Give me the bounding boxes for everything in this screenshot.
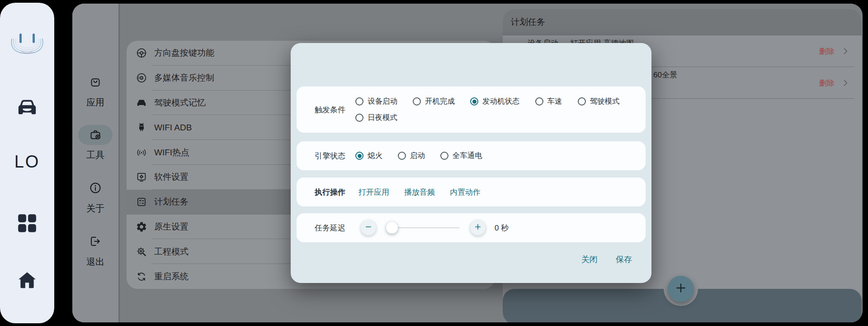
radio-option-label: 熄火 (368, 151, 382, 161)
menu-item-label: 方向盘按键功能 (154, 47, 214, 59)
tasks-panel-title: 计划任务 (503, 9, 862, 35)
radio-icon (355, 152, 363, 160)
task-row-actions: 删除 (819, 35, 850, 67)
radio-option[interactable]: 驾驶模式 (578, 96, 620, 106)
radio-option[interactable]: 全车通电 (440, 151, 482, 161)
disc-icon (136, 72, 147, 84)
nav-item-label: 关于 (86, 202, 104, 215)
delay-slider[interactable] (386, 222, 459, 234)
nav-item-apps[interactable]: 应用 (72, 72, 118, 109)
radio-option-label: 发动机状态 (482, 96, 520, 106)
home-icon[interactable] (17, 270, 38, 291)
radio-option-label: 启动 (410, 151, 425, 161)
radio-option[interactable]: 熄火 (355, 151, 382, 161)
nav-rail: 应用工具关于退出 (72, 4, 120, 322)
radio-option[interactable]: 日夜模式 (355, 113, 397, 123)
nav-item-exit[interactable]: 退出 (72, 231, 118, 268)
action-links: 打开应用播放音频内置动作 (359, 187, 481, 197)
radio-icon (355, 114, 363, 122)
brand-logo-icon (8, 33, 46, 62)
nav-item-tools[interactable]: 工具 (72, 125, 118, 161)
engine-state-label: 引擎状态 (315, 151, 349, 161)
radio-icon (413, 97, 421, 105)
task-list-icon (136, 196, 147, 208)
radio-icon (470, 97, 478, 105)
plus-icon (675, 282, 687, 296)
execute-action-label: 执行操作 (315, 187, 349, 197)
execute-action-section: 执行操作 打开应用播放音频内置动作 (297, 177, 646, 206)
plus-icon (474, 223, 482, 233)
action-link[interactable]: 播放音频 (404, 187, 435, 197)
menu-item-label: WIFI ADB (154, 123, 192, 133)
restart-icon (136, 271, 147, 283)
radio-option-label: 全车通电 (453, 151, 482, 161)
radio-option-label: 设备启动 (368, 96, 397, 106)
radio-option-label: 驾驶模式 (590, 96, 620, 106)
briefcase-icon (78, 125, 113, 145)
radio-option-label: 车速 (547, 96, 562, 106)
engineering-icon (136, 246, 147, 258)
nav-item-label: 退出 (86, 256, 104, 268)
chevron-right-icon (841, 47, 850, 56)
chevron-right-icon (841, 78, 850, 87)
delay-minus-button[interactable] (361, 220, 376, 235)
trigger-condition-section: 触发条件 设备启动开机完成发动机状态车速驾驶模式日夜模式 (297, 86, 646, 133)
radio-icon (355, 97, 363, 105)
car-icon[interactable] (17, 96, 38, 117)
radio-icon (398, 152, 406, 160)
menu-item-label: 计划任务 (154, 196, 189, 208)
info-icon (85, 177, 106, 198)
steering-wheel-icon (136, 47, 147, 59)
task-row-actions: 删除 (819, 67, 850, 99)
slider-thumb[interactable] (386, 222, 398, 234)
dialog-footer: 关闭 保存 (581, 254, 632, 265)
menu-item-label: WIFI热点 (154, 147, 189, 158)
delay-value: 0 秒 (495, 223, 509, 233)
menu-item-label: 软件设置 (154, 171, 189, 183)
android-icon (136, 122, 147, 134)
trigger-options: 设备启动开机完成发动机状态车速驾驶模式日夜模式 (355, 96, 646, 123)
trigger-condition-label: 触发条件 (315, 105, 349, 115)
menu-item-label: 原生设置 (154, 221, 189, 233)
screen: LO 应用工具关于退出 方向盘按键功能多媒体音乐控制驾驶模式记忆WIFI ADB… (0, 0, 868, 326)
nav-item-label: 工具 (86, 149, 104, 161)
task-delay-label: 任务延迟 (315, 223, 349, 233)
slider-track (392, 227, 459, 228)
engine-options: 熄火启动全车通电 (355, 151, 482, 161)
action-link[interactable]: 内置动作 (450, 187, 481, 197)
radio-option-label: 开机完成 (425, 96, 455, 106)
task-delay-section: 任务延迟 0 秒 (297, 213, 646, 242)
car-front-icon (136, 97, 147, 109)
radio-option-label: 日夜模式 (368, 113, 397, 123)
radio-option[interactable]: 车速 (535, 96, 562, 106)
exit-icon (85, 231, 106, 252)
action-link[interactable]: 打开应用 (359, 187, 389, 197)
delete-button[interactable]: 删除 (819, 46, 835, 57)
radio-option[interactable]: 发动机状态 (470, 96, 520, 106)
hotspot-icon (136, 147, 147, 158)
engine-state-section: 引擎状态 熄火启动全车通电 (297, 141, 646, 170)
radio-icon (440, 152, 448, 160)
menu-item-label: 重启系统 (154, 271, 189, 283)
add-task-dialog: [添加] 计划任务 触发条件 设备启动开机完成发动机状态车速驾驶模式日夜模式 引… (291, 43, 651, 283)
menu-item-label: 工程模式 (154, 246, 189, 258)
radio-icon (535, 97, 543, 105)
software-settings-icon (136, 171, 147, 183)
bag-icon (85, 72, 106, 92)
save-button[interactable]: 保存 (616, 254, 632, 265)
close-button[interactable]: 关闭 (581, 254, 598, 265)
delay-plus-button[interactable] (470, 220, 486, 235)
radio-option[interactable]: 开机完成 (413, 96, 455, 106)
menu-item-label: 驾驶模式记忆 (154, 97, 206, 109)
radio-option[interactable]: 启动 (398, 151, 425, 161)
delete-button[interactable]: 删除 (819, 78, 835, 88)
add-task-fab[interactable] (668, 276, 694, 302)
brand-text: LO (0, 152, 54, 172)
gear-icon (136, 221, 147, 233)
menu-item-label: 多媒体音乐控制 (154, 72, 214, 84)
apps-grid-icon[interactable] (17, 213, 38, 234)
radio-option[interactable]: 设备启动 (355, 96, 397, 106)
nav-item-about[interactable]: 关于 (72, 177, 118, 215)
left-dock: LO (0, 3, 54, 323)
nav-item-label: 应用 (86, 96, 104, 109)
